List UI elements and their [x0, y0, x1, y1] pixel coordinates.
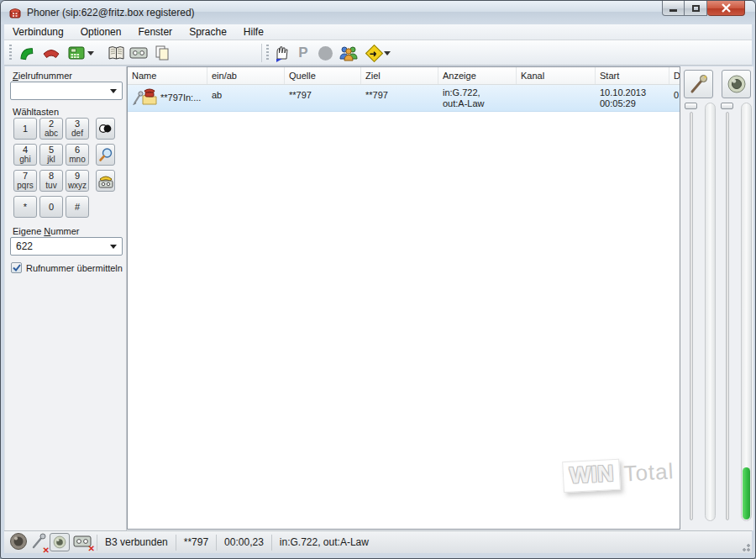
menu-fenster[interactable]: Fenster — [129, 25, 181, 39]
conference-button[interactable] — [339, 43, 359, 63]
watermark-win: WIN — [562, 459, 621, 493]
status-number: **797 — [176, 535, 216, 551]
speaker-icon — [726, 73, 748, 95]
watermark: WIN Total — [562, 455, 680, 493]
key-9[interactable]: 9wxyz — [66, 170, 89, 192]
recording-off-status[interactable]: ✕ — [73, 535, 92, 551]
resize-grip[interactable] — [740, 541, 750, 551]
col-kanal[interactable]: Kanal — [517, 67, 596, 84]
status-connection: B3 verbunden — [97, 535, 176, 551]
close-button[interactable] — [707, 1, 745, 16]
mic-volume-slider[interactable] — [685, 103, 697, 109]
call-row-icons — [132, 87, 159, 110]
search-button[interactable] — [96, 144, 115, 166]
mic-muted-status[interactable]: ✕ — [31, 533, 46, 552]
record-icon — [318, 46, 333, 61]
speaker-active-status[interactable] — [50, 533, 70, 551]
forward-dropdown-icon[interactable] — [384, 51, 391, 55]
status-bar: ✕ ✕ B3 verbunden **797 00:00,23 in:G.722… — [4, 530, 752, 553]
dialpad: 1 2abc 3def 4ghi 5jkl 6mno — [13, 118, 115, 218]
speaker-level-fill — [743, 467, 750, 519]
own-number-dropdown-icon[interactable] — [110, 245, 117, 249]
call-list[interactable]: Name ein/ab Quelle Ziel Anzeige Kanal St… — [127, 66, 680, 530]
key-hash[interactable]: # — [66, 196, 89, 218]
col-ziel[interactable]: Ziel — [361, 67, 438, 84]
speaker-volume-slider[interactable] — [721, 103, 733, 109]
mic-volume-track[interactable] — [690, 112, 693, 520]
volume-panel — [682, 66, 753, 530]
col-einab[interactable]: ein/ab — [207, 67, 285, 84]
key-8[interactable]: 8tuv — [39, 170, 63, 192]
target-number-label: Zielrufnummer — [13, 71, 72, 81]
key-3[interactable]: 3def — [66, 118, 89, 140]
toolbar-grip[interactable] — [9, 45, 12, 61]
microphone-mute-button[interactable] — [684, 70, 713, 98]
call-list-header: Name ein/ab Quelle Ziel Anzeige Kanal St… — [128, 67, 680, 85]
menu-optionen[interactable]: Optionen — [72, 25, 130, 39]
target-number-dropdown-icon[interactable] — [110, 89, 117, 93]
title-bar[interactable]: Phoner (sip:622@fritz.box registered) — [1, 1, 755, 24]
phoner-app-icon — [8, 6, 22, 19]
key-4[interactable]: 4ghi — [13, 144, 37, 166]
key-2[interactable]: 2abc — [39, 118, 63, 140]
col-start[interactable]: Start — [596, 67, 669, 84]
copy-button[interactable] — [152, 43, 172, 63]
minimize-button[interactable] — [662, 1, 685, 16]
col-dauer[interactable]: D — [669, 67, 680, 84]
menu-hilfe[interactable]: Hilfe — [235, 25, 272, 39]
row-kanal — [517, 85, 596, 111]
hangup-button[interactable] — [41, 43, 61, 63]
key-5[interactable]: 5jkl — [39, 144, 63, 166]
menu-verbindung[interactable]: Verbindung — [4, 25, 72, 39]
record-button[interactable] — [315, 43, 335, 63]
toolbar-grip-2[interactable] — [266, 45, 269, 61]
col-name[interactable]: Name — [128, 67, 207, 84]
minimize-icon — [669, 9, 677, 12]
key-1[interactable]: 1 — [13, 118, 37, 140]
earpiece-icon — [9, 532, 28, 551]
menu-bar: Verbindung Optionen Fenster Sprache Hilf… — [4, 24, 752, 40]
dial-device-dropdown-icon[interactable] — [87, 51, 94, 55]
col-anzeige[interactable]: Anzeige — [438, 67, 517, 84]
phonebook-button[interactable] — [106, 43, 126, 63]
park-button[interactable]: P — [293, 43, 313, 63]
dial-button[interactable] — [16, 43, 36, 63]
maximize-button[interactable] — [685, 1, 707, 16]
row-anzeige: in:G.722, out:A-Law — [438, 85, 517, 111]
speaker-icon — [52, 535, 67, 550]
key-0[interactable]: 0 — [39, 196, 63, 218]
speaker-volume-track[interactable] — [726, 112, 729, 520]
own-number-combobox[interactable]: 622 — [10, 237, 123, 256]
key-star[interactable]: * — [13, 196, 37, 218]
dial-device-button[interactable] — [66, 43, 95, 63]
own-number-value: 622 — [16, 240, 33, 252]
target-number-combobox[interactable] — [10, 82, 123, 100]
row-quelle: **797 — [285, 85, 361, 111]
green-phone-icon — [17, 44, 35, 62]
key-7[interactable]: 7pqrs — [13, 170, 37, 192]
mic-level-meter — [705, 103, 716, 521]
window-title: Phoner (sip:622@fritz.box registered) — [27, 7, 195, 18]
redial-icon — [98, 124, 113, 134]
address-book-icon — [108, 45, 125, 61]
dial-sidebar: Zielrufnummer Wähltasten 1 2abc 3def 4gh… — [4, 66, 127, 530]
status-codec: in:G.722, out:A-Law — [271, 535, 376, 551]
clip-checkbox-label: Rufnummer übermitteln — [26, 263, 123, 273]
speaker-level-meter — [741, 103, 752, 521]
muted-x-icon: ✕ — [43, 546, 50, 555]
col-quelle[interactable]: Quelle — [285, 67, 361, 84]
answering-machine-button[interactable] — [96, 170, 115, 192]
hold-button[interactable] — [271, 43, 291, 63]
handset-status-button[interactable] — [9, 532, 28, 553]
conference-people-icon — [339, 45, 359, 61]
menu-sprache[interactable]: Sprache — [181, 25, 235, 39]
clip-checkbox[interactable] — [11, 262, 22, 273]
speaker-mute-button[interactable] — [722, 70, 751, 98]
table-row[interactable]: **797In:... ab **797 **797 in:G.722, out… — [128, 85, 680, 112]
recorder-button[interactable] — [129, 43, 149, 63]
redial-button[interactable] — [96, 118, 115, 140]
answering-machine-icon — [97, 173, 114, 188]
recording-off-x-icon: ✕ — [88, 544, 95, 553]
forward-button[interactable] — [364, 43, 394, 63]
key-6[interactable]: 6mno — [66, 144, 89, 166]
